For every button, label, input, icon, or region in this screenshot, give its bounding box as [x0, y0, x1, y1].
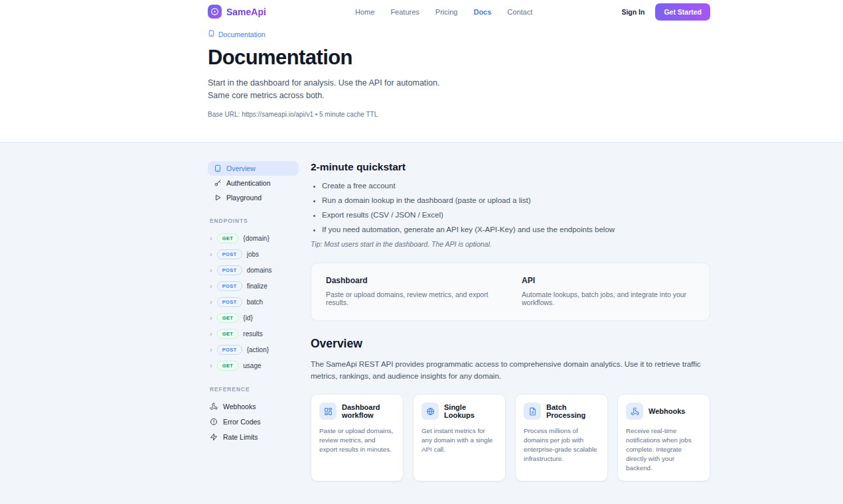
- chevron-right-icon: ›: [210, 346, 212, 353]
- chevron-right-icon: ›: [210, 314, 212, 322]
- hero-subtitle: Start in the dashboard for analysis. Use…: [208, 77, 710, 102]
- card-dashboard-workflow: Dashboard workflow Paste or upload domai…: [311, 394, 404, 481]
- base-url-text: Base URL: https://sameapi.io/api/v1 • 5 …: [208, 111, 710, 118]
- sign-in-link[interactable]: Sign In: [621, 8, 645, 16]
- quickstart-bullet: Run a domain lookup in the dashboard (pa…: [322, 196, 710, 204]
- sidebar-item-error-codes[interactable]: Error Codes: [208, 414, 299, 429]
- file-icon: [524, 403, 541, 420]
- docs-content: 2-minute quickstart Create a free accoun…: [311, 161, 710, 504]
- sidebar-section-reference: REFERENCE: [210, 386, 299, 393]
- method-badge: GET: [217, 329, 239, 339]
- hero: Documentation Documentation Start in the…: [0, 23, 843, 142]
- overview-description: The SameApi REST API provides programmat…: [311, 358, 710, 382]
- chevron-right-icon: ›: [210, 362, 212, 369]
- nav-features[interactable]: Features: [390, 8, 419, 16]
- panel-dashboard: Dashboard Paste or upload domains, revie…: [326, 276, 499, 306]
- card-batch-processing: Batch Processing Process millions of dom…: [515, 394, 608, 481]
- chevron-right-icon: ›: [210, 298, 212, 306]
- breadcrumb-label: Documentation: [218, 31, 266, 38]
- book-icon: [214, 164, 222, 172]
- quickstart-title: 2-minute quickstart: [311, 161, 710, 173]
- webhook-icon: [626, 403, 643, 420]
- quickstart-tip: Tip: Most users start in the dashboard. …: [311, 240, 710, 248]
- docs-sidebar: Overview Authentication Playground ENDPO…: [208, 161, 299, 504]
- breadcrumb[interactable]: Documentation: [208, 30, 710, 38]
- main-nav: Home Features Pricing Docs Contact: [355, 8, 532, 16]
- dashboard-grid-icon: [319, 403, 337, 420]
- chevron-right-icon: ›: [210, 267, 212, 274]
- endpoint-post-finalize[interactable]: › POST finalize: [208, 278, 299, 294]
- sidebar-item-rate-limits[interactable]: Rate Limits: [208, 429, 299, 444]
- endpoint-get-usage[interactable]: › GET usage: [208, 357, 299, 373]
- chevron-right-icon: ›: [210, 283, 212, 290]
- quickstart-bullet: Export results (CSV / JSON / Excel): [322, 211, 710, 219]
- brand[interactable]: SameApi: [208, 5, 266, 19]
- method-badge: POST: [217, 265, 242, 275]
- chevron-right-icon: ›: [210, 330, 212, 338]
- quickstart-bullet: Create a free account: [322, 182, 710, 190]
- method-badge: POST: [217, 345, 242, 355]
- key-icon: [214, 179, 222, 187]
- sidebar-item-webhooks[interactable]: Webhooks: [208, 399, 299, 414]
- sidebar-item-authentication[interactable]: Authentication: [208, 176, 299, 190]
- alert-circle-icon: [210, 418, 218, 426]
- get-started-button[interactable]: Get Started: [655, 3, 710, 21]
- chevron-right-icon: ›: [210, 235, 212, 242]
- endpoint-post-batch[interactable]: › POST batch: [208, 294, 299, 310]
- card-single-lookups: Single Lookups Get instant metrics for a…: [413, 394, 506, 481]
- feature-cards: Dashboard workflow Paste or upload domai…: [311, 394, 710, 481]
- card-webhooks: Webhooks Receive real-time notifications…: [617, 394, 710, 481]
- top-header: SameApi Home Features Pricing Docs Conta…: [0, 0, 843, 23]
- endpoint-get-domain[interactable]: › GET {domain}: [208, 230, 299, 246]
- globe-icon: [422, 403, 439, 420]
- webhook-icon: [210, 403, 218, 410]
- quickstart-bullet: If you need automation, generate an API …: [322, 225, 710, 233]
- docs-main-area: Overview Authentication Playground ENDPO…: [0, 142, 843, 504]
- quickstart-list: Create a free account Run a domain looku…: [311, 182, 710, 233]
- page-title: Documentation: [208, 46, 710, 70]
- dashboard-api-panel: Dashboard Paste or upload domains, revie…: [311, 263, 710, 321]
- sidebar-item-overview[interactable]: Overview: [208, 161, 299, 176]
- method-badge: POST: [217, 281, 242, 291]
- lightning-icon: [210, 433, 218, 441]
- endpoint-get-id[interactable]: › GET {id}: [208, 310, 299, 326]
- panel-api: API Automate lookups, batch jobs, and in…: [522, 276, 695, 306]
- method-badge: GET: [217, 233, 239, 243]
- lightning-bolt-icon: [208, 5, 222, 19]
- endpoint-post-domains[interactable]: › POST domains: [208, 262, 299, 278]
- nav-pricing[interactable]: Pricing: [435, 8, 458, 16]
- overview-title: Overview: [311, 337, 710, 351]
- method-badge: POST: [217, 297, 242, 307]
- book-icon: [208, 30, 215, 38]
- endpoint-post-jobs[interactable]: › POST jobs: [208, 246, 299, 262]
- endpoint-get-results[interactable]: › GET results: [208, 326, 299, 342]
- nav-contact[interactable]: Contact: [507, 8, 532, 16]
- sidebar-item-playground[interactable]: Playground: [208, 190, 299, 205]
- chevron-right-icon: ›: [210, 251, 212, 258]
- nav-docs[interactable]: Docs: [473, 8, 491, 16]
- sidebar-section-endpoints: ENDPOINTS: [210, 218, 299, 224]
- brand-name: SameApi: [226, 7, 266, 17]
- nav-home[interactable]: Home: [355, 8, 374, 16]
- method-badge: POST: [217, 249, 242, 259]
- play-icon: [214, 194, 222, 202]
- method-badge: GET: [217, 361, 239, 371]
- method-badge: GET: [217, 313, 239, 323]
- endpoint-post-action[interactable]: › POST {action}: [208, 342, 299, 357]
